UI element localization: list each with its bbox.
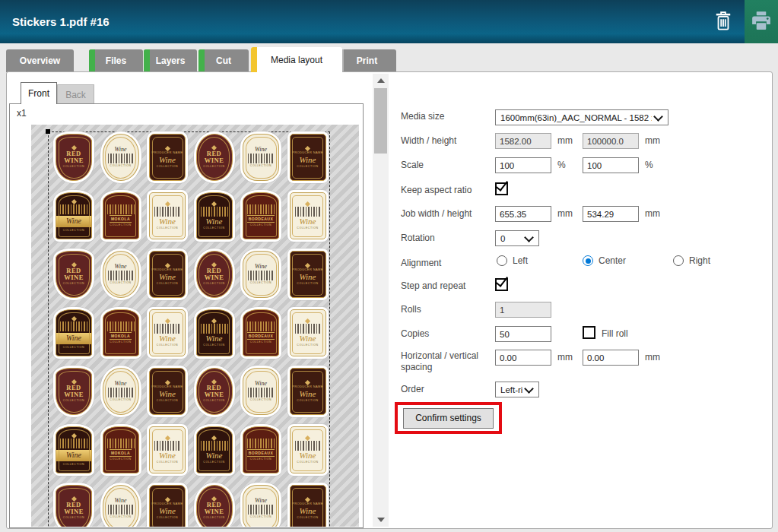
sticker-wine-cream-rect: WineCOLLECTION bbox=[149, 426, 186, 473]
scroll-down-arrow[interactable] bbox=[373, 513, 389, 527]
alignment-left-radio[interactable]: Left bbox=[497, 255, 528, 266]
fill-roll-checkbox[interactable] bbox=[583, 326, 595, 339]
media-preview-area: RED WINECOLLECTIONWineCOLLECTIONPRODUCER… bbox=[31, 125, 359, 527]
job-height-field[interactable] bbox=[583, 206, 639, 222]
rotation-select[interactable]: 0 bbox=[495, 230, 539, 246]
vertical-spacing-field[interactable] bbox=[583, 350, 639, 366]
tab-front[interactable]: Front bbox=[21, 82, 57, 104]
fill-roll-label: Fill roll bbox=[602, 328, 628, 339]
order-label: Order bbox=[401, 384, 492, 395]
scrollbar-thumb[interactable] bbox=[374, 88, 387, 154]
step-and-repeat-label: Step and repeat bbox=[401, 280, 492, 292]
copies-field[interactable] bbox=[495, 326, 551, 342]
layout-preview: x1 RED WINECOLLECTIONWineCOLLECTIONPRODU… bbox=[9, 103, 364, 528]
trash-icon bbox=[713, 9, 734, 35]
printer-icon bbox=[750, 9, 773, 35]
sticker-wine-dark-grapes: WineCOLLECTION bbox=[196, 192, 233, 239]
job-width-field[interactable] bbox=[495, 206, 551, 222]
alignment-right-label: Right bbox=[689, 255, 710, 266]
print-button[interactable] bbox=[745, 0, 778, 43]
sticker-red-wine-shield: RED WINECOLLECTION bbox=[56, 251, 92, 298]
media-size-select[interactable]: 1600mm(63in)_AAC_NORMAL - 1582 x 10000 bbox=[495, 109, 668, 125]
sticker-wine-oval-cream: WineCOLLECTION bbox=[103, 368, 139, 415]
alignment-right-radio[interactable]: Right bbox=[673, 255, 710, 266]
tab-files-label: Files bbox=[106, 55, 126, 66]
sticker-bordeaux-label: BORDEAUXCOLLECTION bbox=[243, 309, 279, 356]
sticker-wine-oval-cream: WineCOLLECTION bbox=[103, 251, 139, 298]
sticker-red-wine-oval: RED WINECOLLECTION bbox=[196, 485, 233, 527]
sticker-producer-wine-dark: PRODUCER NAMEWineCOLLECTION bbox=[149, 251, 186, 298]
radio-icon bbox=[583, 255, 593, 266]
sticker-red-wine-oval: RED WINECOLLECTION bbox=[196, 368, 233, 415]
chevron-down-icon bbox=[524, 384, 534, 394]
sticker-red-wine-shield: RED WINECOLLECTION bbox=[56, 134, 92, 181]
tab-print-label: Print bbox=[357, 55, 377, 66]
sticker-producer-wine-rect: PRODUCER NAMEWineCOLLECTION bbox=[290, 251, 326, 298]
sticker-bordeaux-label: BORDEAUXCOLLECTION bbox=[243, 192, 279, 239]
tab-layers-label: Layers bbox=[156, 55, 186, 66]
media-size-label: Media size bbox=[401, 111, 492, 122]
scroll-up-arrow[interactable] bbox=[373, 74, 389, 87]
chevron-down-icon bbox=[653, 112, 663, 122]
tab-overview[interactable]: Overview bbox=[6, 49, 74, 72]
keep-aspect-ratio-checkbox[interactable] bbox=[495, 182, 508, 195]
alignment-center-radio[interactable]: Center bbox=[583, 255, 626, 266]
sticker-wine-gold-band: WineCOLLECTION bbox=[56, 309, 92, 356]
tab-cut-status-indicator bbox=[198, 49, 205, 72]
tab-print[interactable]: Print bbox=[338, 49, 396, 72]
sticker-mokola-label: MOKOLACOLLECTION bbox=[103, 426, 139, 473]
tab-layers[interactable]: Layers bbox=[144, 49, 197, 72]
sticker-wine-pill-cream: WineCOLLECTION bbox=[243, 251, 279, 298]
tab-files[interactable]: Files bbox=[89, 49, 143, 72]
alignment-left-label: Left bbox=[513, 255, 528, 266]
tab-layers-status-indicator bbox=[144, 49, 150, 72]
scale-x-field[interactable] bbox=[495, 157, 551, 173]
sticker-red-wine-shield: RED WINECOLLECTION bbox=[56, 368, 92, 415]
media-height-unit: mm bbox=[645, 135, 660, 146]
tab-media-layout-label: Media layout bbox=[271, 55, 322, 65]
order-value: Left-right bbox=[496, 385, 522, 394]
tab-back[interactable]: Back bbox=[57, 84, 94, 104]
scale-y-unit: % bbox=[645, 160, 653, 170]
tab-cut[interactable]: Cut bbox=[198, 49, 249, 72]
vertical-spacing-unit: mm bbox=[645, 352, 660, 363]
sticker-wine-pill-cream: WineCOLLECTION bbox=[243, 485, 279, 527]
preview-scale-label: x1 bbox=[17, 108, 27, 119]
rolls-field[interactable] bbox=[495, 302, 551, 318]
sticker-wine-pill-cream: WineCOLLECTION bbox=[243, 134, 279, 181]
confirm-settings-button[interactable]: Confirm settings bbox=[403, 408, 494, 429]
order-select[interactable]: Left-right bbox=[495, 382, 539, 397]
selection-handle[interactable] bbox=[46, 129, 50, 134]
sticker-producer-wine-dark: PRODUCER NAMEWineCOLLECTION bbox=[149, 368, 186, 415]
scale-x-unit: % bbox=[557, 160, 566, 170]
spacing-label: Horizontal / vertical spacing bbox=[401, 350, 492, 373]
tab-cut-label: Cut bbox=[216, 55, 231, 66]
sticker-wine-dark-grapes: WineCOLLECTION bbox=[196, 309, 233, 356]
horizontal-spacing-field[interactable] bbox=[495, 350, 551, 366]
tab-media-layout[interactable]: Media layout bbox=[251, 47, 342, 72]
scale-y-field[interactable] bbox=[583, 157, 639, 173]
chevron-down-icon bbox=[524, 233, 534, 242]
sticker-wine-cream-rect-2: WineCOLLECTION bbox=[290, 309, 326, 356]
sticker-producer-wine-rect: PRODUCER NAMEWineCOLLECTION bbox=[290, 485, 326, 527]
media-height-field[interactable] bbox=[583, 133, 639, 149]
width-height-label: Width / height bbox=[401, 135, 492, 147]
media-width-field[interactable] bbox=[495, 133, 551, 149]
step-and-repeat-checkbox[interactable] bbox=[495, 278, 508, 291]
sticker-wine-cream-rect-2: WineCOLLECTION bbox=[290, 426, 326, 473]
job-height-unit: mm bbox=[645, 208, 660, 219]
job-title: Stickers 1.pdf #16 bbox=[12, 0, 110, 43]
tab-bar: Overview Files Layers Cut Media layout P… bbox=[0, 43, 778, 72]
job-width-unit: mm bbox=[557, 208, 573, 219]
sticker-wine-oval-cream: WineCOLLECTION bbox=[103, 485, 139, 527]
media-size-value: 1600mm(63in)_AAC_NORMAL - 1582 x 10000 bbox=[496, 113, 652, 122]
sticker-bordeaux-label: BORDEAUXCOLLECTION bbox=[243, 426, 279, 473]
media-width-unit: mm bbox=[557, 135, 573, 146]
sticker-wine-pill-cream: WineCOLLECTION bbox=[243, 368, 279, 415]
vertical-scrollbar[interactable] bbox=[373, 74, 389, 527]
delete-job-button[interactable] bbox=[707, 0, 739, 43]
radio-icon bbox=[673, 255, 684, 266]
sticker-wine-oval-cream: WineCOLLECTION bbox=[103, 134, 139, 181]
tab-back-label: Back bbox=[65, 90, 86, 100]
sticker-wine-cream-rect: WineCOLLECTION bbox=[149, 192, 186, 239]
